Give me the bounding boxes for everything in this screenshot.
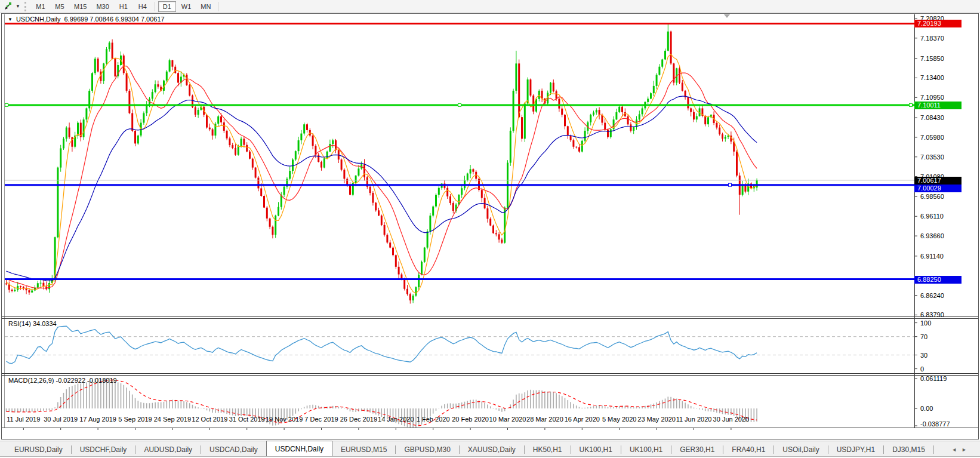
toolbar-grip-handle[interactable] [24, 2, 27, 11]
timeframe-button-m5[interactable]: M5 [51, 1, 69, 12]
chart-tab-audusd-daily[interactable]: AUDUSD,Daily [135, 442, 201, 456]
chart-tab-dj30-m15[interactable]: DJ30,M15 [884, 442, 933, 456]
toolbar-separator [218, 2, 218, 11]
draw-arrow-icon[interactable] [2, 1, 14, 12]
chart-ohlc-values: 6.99699 7.00846 6.99304 7.00617 [64, 16, 164, 23]
tab-scroll-left-icon[interactable]: ◄ [951, 447, 961, 453]
timeframe-button-m15[interactable]: M15 [70, 1, 91, 12]
chevron-down-icon[interactable]: ▼ [14, 4, 22, 9]
chart-symbol-period: USDCNH,Daily [16, 16, 61, 23]
chart-title: ▼ USDCNH,Daily 6.99699 7.00846 6.99304 7… [8, 16, 165, 23]
tab-separator [933, 445, 934, 454]
chart-tab-usdcnh-daily[interactable]: USDCNH,Daily [266, 441, 332, 456]
chart-tab-xauusd-daily[interactable]: XAUUSD,Daily [460, 442, 524, 456]
chart-tab-eurusd-m15[interactable]: EURUSD,M15 [332, 442, 395, 456]
top-toolbar: ▼ M1M5M15M30H1H4D1W1MN [0, 0, 980, 13]
chart-tabs-bar: EURUSD,DailyUSDCHF,DailyAUDUSD,DailyUSDC… [0, 441, 980, 457]
chart-tab-usdjpy-h1[interactable]: USDJPY,H1 [828, 442, 883, 456]
chart-tab-uk100-h1[interactable]: UK100,H1 [621, 442, 671, 456]
timeframe-button-m30[interactable]: M30 [92, 1, 113, 12]
chart-tab-gbpusd-m30[interactable]: GBPUSD,M30 [396, 442, 458, 456]
toolbar-separator [155, 2, 155, 11]
chart-window[interactable]: ▼ USDCNH,Daily 6.99699 7.00846 6.99304 7… [1, 13, 979, 439]
collapse-chart-icon[interactable]: ▼ [8, 17, 13, 22]
chart-tab-hk50-h1[interactable]: HK50,H1 [525, 442, 571, 456]
chart-tab-eurusd-daily[interactable]: EURUSD,Daily [6, 442, 71, 456]
chart-tab-usoil-daily[interactable]: USOil,Daily [774, 442, 827, 456]
chart-tab-fra40-h1[interactable]: FRA40,H1 [723, 442, 773, 456]
timeframe-button-d1[interactable]: D1 [158, 1, 176, 12]
timeframe-button-h4[interactable]: H4 [134, 1, 152, 12]
chart-tab-usdcad-daily[interactable]: USDCAD,Daily [201, 442, 266, 456]
chart-tab-usdchf-daily[interactable]: USDCHF,Daily [72, 442, 135, 456]
timeframe-button-m1[interactable]: M1 [32, 1, 50, 12]
chart-tab-uk100-h1[interactable]: UK100,H1 [571, 442, 621, 456]
chart-tab-ger30-h1[interactable]: GER30,H1 [671, 442, 723, 456]
tab-scroll-right-icon[interactable]: ► [961, 447, 972, 453]
timeframe-button-mn[interactable]: MN [196, 1, 215, 12]
timeframe-button-h1[interactable]: H1 [115, 1, 132, 12]
timeframe-button-w1[interactable]: W1 [177, 1, 196, 12]
